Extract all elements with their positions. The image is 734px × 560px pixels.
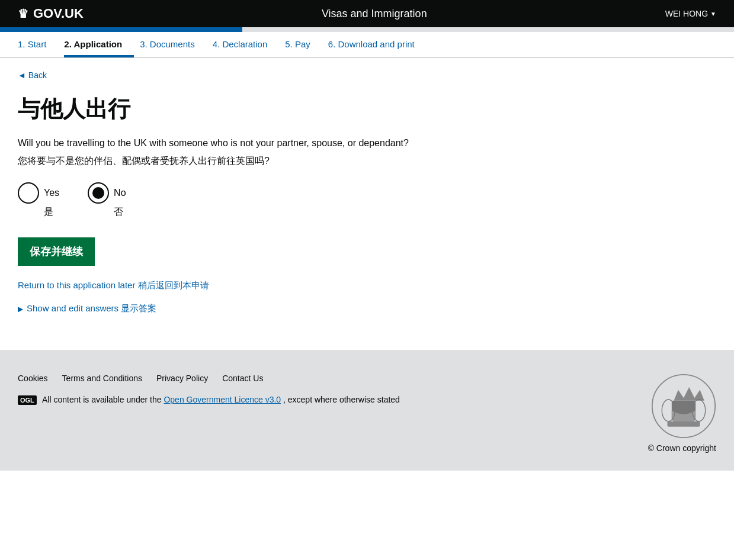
footer-link-privacy[interactable]: Privacy Policy	[156, 374, 208, 383]
site-footer: Cookies Terms and Conditions Privacy Pol…	[0, 350, 734, 471]
progress-fill	[0, 27, 242, 32]
footer-links: Cookies Terms and Conditions Privacy Pol…	[18, 374, 400, 383]
step-6-download[interactable]: 6. Download and print	[328, 32, 427, 57]
footer-link-contact[interactable]: Contact Us	[222, 374, 263, 383]
radio-selected-indicator	[92, 187, 104, 199]
radio-no-label-zh: 否	[114, 206, 123, 218]
footer-bottom: OGL All content is available under the O…	[18, 395, 400, 405]
step-2-application[interactable]: 2. Application	[64, 32, 134, 57]
step-1-start[interactable]: 1. Start	[18, 32, 58, 57]
radio-yes-label-zh: 是	[44, 206, 53, 218]
save-continue-button[interactable]: 保存并继续	[18, 237, 95, 266]
back-link-label: Back	[28, 70, 47, 80]
step-3-documents[interactable]: 3. Documents	[140, 32, 207, 57]
question-text-zh: 您将要与不是您的伴侣、配偶或者受抚养人出行前往英国吗?	[18, 154, 515, 168]
chevron-down-icon: ▼	[710, 11, 716, 17]
travelling-with-others-radio-group: Yes 是 No 否	[18, 182, 515, 218]
radio-no-input[interactable]	[88, 182, 109, 204]
radio-option-no: No 否	[88, 182, 126, 218]
radio-option-yes: Yes 是	[18, 182, 59, 218]
triangle-icon: ▶	[18, 305, 23, 313]
user-menu[interactable]: WEI HONG ▼	[665, 9, 716, 18]
logo-text: GOV.UK	[33, 6, 84, 21]
back-arrow-icon: ◄	[18, 70, 26, 80]
footer-link-cookies[interactable]: Cookies	[18, 374, 48, 383]
main-content: ◄ Back 与他人出行 Will you be travelling to t…	[0, 58, 533, 350]
ogl-logo: OGL	[18, 395, 37, 405]
back-link[interactable]: ◄ Back	[18, 70, 47, 80]
site-header: ♛ GOV.UK Visas and Immigration WEI HONG …	[0, 0, 734, 27]
steps-navigation: 1. Start 2. Application 3. Documents 4. …	[0, 32, 734, 58]
page-heading: 与他人出行	[18, 94, 515, 124]
return-link[interactable]: Return to this application later 稍后返回到本申…	[18, 280, 515, 291]
user-name: WEI HONG	[665, 9, 708, 18]
crown-emblem-icon	[651, 374, 716, 439]
crown-copyright-text: © Crown copyright	[648, 443, 716, 453]
footer-licence-prefix: All content is available under the	[42, 395, 162, 404]
show-answers-label: Show and edit answers 显示答案	[27, 303, 156, 314]
service-title: Visas and Immigration	[322, 8, 427, 20]
question-text-en: Will you be travelling to the UK with so…	[18, 136, 515, 150]
crown-icon: ♛	[18, 7, 28, 21]
footer-licence-link[interactable]: Open Government Licence v3.0	[164, 395, 281, 404]
radio-no-label-en: No	[114, 188, 126, 198]
radio-yes-input[interactable]	[18, 182, 39, 204]
radio-yes-label-en: Yes	[44, 188, 59, 198]
footer-link-terms[interactable]: Terms and Conditions	[62, 374, 142, 383]
ogl-badge: OGL	[18, 395, 37, 405]
step-4-declaration[interactable]: 4. Declaration	[213, 32, 280, 57]
svg-rect-4	[668, 421, 700, 427]
footer-licence-suffix: , except where otherwise stated	[283, 395, 400, 404]
progress-bar	[0, 27, 734, 32]
show-answers-link[interactable]: ▶ Show and edit answers 显示答案	[18, 303, 515, 314]
crown-copyright-area: © Crown copyright	[610, 374, 716, 453]
gov-uk-logo[interactable]: ♛ GOV.UK	[18, 6, 84, 21]
step-5-pay[interactable]: 5. Pay	[285, 32, 322, 57]
